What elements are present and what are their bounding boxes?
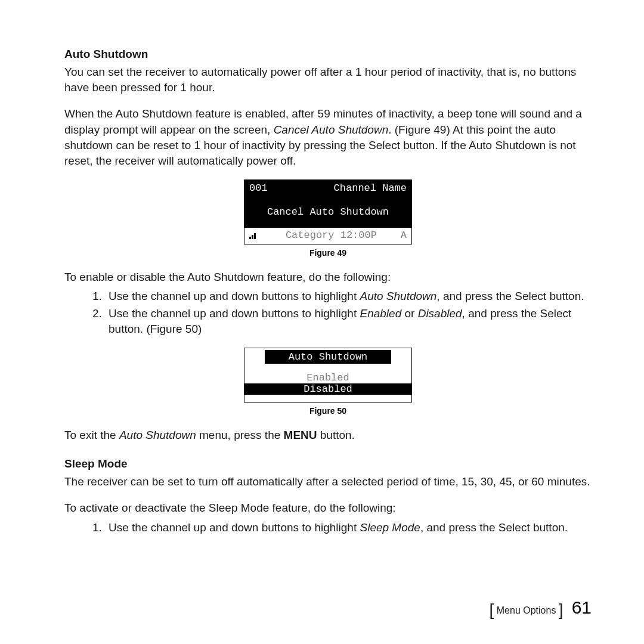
lcd-right-indicator: A [401, 229, 407, 243]
list-item: Use the channel up and down buttons to h… [105, 520, 592, 535]
lcd-screen-cancel-auto-shutdown: 001 Channel Name Cancel Auto Shutdown Ca… [244, 179, 412, 244]
footer-section-label: [ Menu Options ] [490, 600, 564, 617]
para-auto-shutdown-intro: You can set the receiver to automaticall… [64, 64, 592, 95]
text-fragment: or [401, 307, 417, 320]
bracket-right-icon: ] [559, 600, 564, 619]
figure-50: Auto Shutdown Enabled Disabled Figure 50 [64, 348, 592, 416]
italic-sleep-mode: Sleep Mode [360, 521, 420, 534]
lcd-option-disabled-selected: Disabled [244, 383, 411, 395]
lcd-gap [244, 364, 411, 372]
lcd-footer-row: Category 12:00P A [244, 228, 411, 244]
figure-49-caption: Figure 49 [309, 248, 346, 258]
bracket-left-icon: [ [490, 600, 494, 619]
lcd-option-enabled: Enabled [244, 372, 411, 383]
list-item: Use the channel up and down buttons to h… [105, 289, 592, 304]
manual-page: Auto Shutdown You can set the receiver t… [0, 0, 644, 644]
heading-auto-shutdown: Auto Shutdown [64, 48, 592, 61]
lcd-category-time: Category 12:00P [259, 229, 401, 243]
list-item: Use the channel up and down buttons to h… [105, 306, 592, 337]
text-fragment: , and press the Select button. [436, 290, 584, 302]
para-exit-auto-shutdown: To exit the Auto Shutdown menu, press th… [64, 428, 592, 443]
text-fragment: menu, press the [196, 429, 284, 441]
lcd-channel-number: 001 [249, 182, 268, 196]
italic-cancel-auto-shutdown: Cancel Auto Shutdown [274, 123, 389, 136]
bold-menu-button: MENU [284, 429, 317, 441]
para-sleep-mode-lead: To activate or deactivate the Sleep Mode… [64, 500, 592, 516]
figure-49: 001 Channel Name Cancel Auto Shutdown Ca… [64, 179, 592, 258]
italic-auto-shutdown: Auto Shutdown [360, 290, 436, 302]
lcd-prompt-row: Cancel Auto Shutdown [244, 197, 411, 228]
page-footer: [ Menu Options ] 61 [490, 597, 592, 618]
lcd-channel-name: Channel Name [334, 182, 407, 196]
text-fragment: , and press the Select button. [420, 521, 568, 534]
steps-sleep-mode: Use the channel up and down buttons to h… [64, 520, 592, 535]
lcd-prompt-text: Cancel Auto Shutdown [267, 206, 389, 219]
lcd-header-row: 001 Channel Name [244, 180, 411, 197]
steps-enable-disable: Use the channel up and down buttons to h… [64, 289, 592, 337]
para-sleep-mode-intro: The receiver can be set to turn off auto… [64, 474, 592, 490]
lcd-screen-auto-shutdown-menu: Auto Shutdown Enabled Disabled [244, 348, 412, 402]
italic-disabled: Disabled [418, 307, 462, 320]
para-auto-shutdown-detail: When the Auto Shutdown feature is enable… [64, 106, 592, 169]
text-fragment: Use the channel up and down buttons to h… [109, 307, 360, 320]
heading-sleep-mode: Sleep Mode [64, 457, 592, 470]
lcd-menu-title: Auto Shutdown [265, 350, 391, 364]
lcd-gap [244, 395, 411, 402]
text-fragment: Use the channel up and down buttons to h… [109, 290, 360, 302]
italic-auto-shutdown: Auto Shutdown [119, 429, 196, 441]
text-fragment: button. [317, 429, 355, 441]
signal-strength-icon [249, 233, 256, 239]
footer-section-text: Menu Options [497, 605, 556, 615]
figure-50-caption: Figure 50 [309, 406, 346, 416]
text-fragment: Use the channel up and down buttons to h… [109, 521, 360, 534]
italic-enabled: Enabled [360, 307, 401, 320]
text-fragment: To exit the [64, 429, 119, 441]
para-enable-disable-lead: To enable or disable the Auto Shutdown f… [64, 270, 592, 285]
page-number: 61 [572, 597, 592, 618]
